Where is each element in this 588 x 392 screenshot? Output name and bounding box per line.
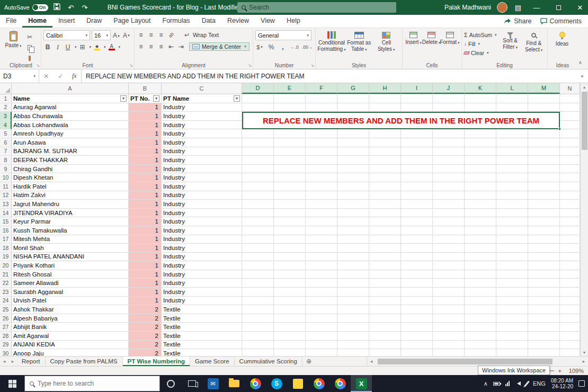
clipboard-dialog-launcher[interactable]: ↘ bbox=[36, 63, 40, 68]
cell[interactable] bbox=[433, 261, 465, 270]
tab-help[interactable]: Help bbox=[281, 15, 306, 28]
align-center-icon[interactable]: ≡ bbox=[147, 42, 155, 51]
cell[interactable] bbox=[242, 173, 274, 182]
cell[interactable] bbox=[369, 305, 401, 314]
cell[interactable]: JITENDRA VIRADIYA bbox=[12, 209, 129, 218]
sheet-nav-left-icon[interactable]: ◂ bbox=[0, 357, 8, 366]
cell[interactable]: Saurabh Aggarwal bbox=[12, 288, 129, 297]
cell[interactable] bbox=[465, 129, 496, 138]
cell[interactable] bbox=[337, 314, 369, 323]
cell[interactable] bbox=[433, 138, 465, 147]
name-box[interactable]: D3▾ bbox=[0, 69, 39, 83]
cell[interactable] bbox=[560, 200, 580, 209]
cell[interactable] bbox=[274, 226, 306, 235]
cell[interactable]: Name▾ bbox=[12, 94, 129, 103]
cell[interactable] bbox=[401, 297, 433, 306]
cell[interactable] bbox=[528, 165, 560, 174]
cell[interactable] bbox=[369, 173, 401, 182]
cell[interactable] bbox=[528, 147, 560, 156]
row-number[interactable]: 26 bbox=[0, 314, 12, 323]
cell[interactable] bbox=[496, 200, 528, 209]
cell[interactable] bbox=[306, 244, 337, 253]
cell[interactable] bbox=[433, 129, 465, 138]
alignment-dialog-launcher[interactable]: ↘ bbox=[248, 63, 252, 68]
cell[interactable] bbox=[560, 305, 580, 314]
cell[interactable] bbox=[306, 191, 337, 200]
cell[interactable] bbox=[242, 200, 274, 209]
cell[interactable]: 1 bbox=[129, 165, 162, 174]
cell[interactable] bbox=[465, 156, 496, 165]
row-number[interactable]: 11 bbox=[0, 182, 12, 191]
cell[interactable] bbox=[242, 147, 274, 156]
cell[interactable]: Industry bbox=[162, 235, 242, 244]
cell[interactable] bbox=[274, 349, 306, 356]
cancel-icon[interactable]: ✕ bbox=[43, 73, 49, 80]
wrap-text-button[interactable]: Wrap Text bbox=[193, 32, 219, 38]
cell[interactable] bbox=[242, 288, 274, 297]
cell[interactable] bbox=[369, 191, 401, 200]
taskbar-search-input[interactable] bbox=[38, 380, 138, 387]
percent-style-icon[interactable]: % bbox=[267, 42, 275, 52]
cell[interactable] bbox=[433, 147, 465, 156]
cell[interactable] bbox=[337, 270, 369, 279]
cell[interactable]: Industry bbox=[162, 279, 242, 288]
cell[interactable] bbox=[401, 341, 433, 350]
cell[interactable] bbox=[465, 138, 496, 147]
cell[interactable] bbox=[433, 235, 465, 244]
enter-icon[interactable]: ✓ bbox=[58, 73, 63, 80]
font-dialog-launcher[interactable]: ↘ bbox=[129, 63, 133, 68]
cell[interactable] bbox=[496, 129, 528, 138]
taskbar-app-chrome-icon-3[interactable] bbox=[329, 375, 351, 392]
insert-cells-button[interactable]: Insert▾ bbox=[405, 30, 422, 46]
cell[interactable]: Industry bbox=[162, 253, 242, 262]
row-number[interactable]: 20 bbox=[0, 261, 12, 270]
cell[interactable] bbox=[242, 332, 274, 341]
cell[interactable] bbox=[306, 129, 337, 138]
cell[interactable] bbox=[496, 305, 528, 314]
cell[interactable] bbox=[465, 217, 496, 226]
filter-button[interactable]: ▾ bbox=[234, 95, 240, 102]
horizontal-scroll-thumb[interactable] bbox=[378, 359, 553, 364]
task-view-button[interactable] bbox=[181, 375, 202, 392]
conditional-formatting-button[interactable]: ConditionalFormatting▾ bbox=[318, 30, 345, 53]
cell[interactable] bbox=[560, 121, 580, 130]
undo-icon[interactable]: ↶ bbox=[66, 4, 76, 12]
cell[interactable] bbox=[369, 288, 401, 297]
cell[interactable] bbox=[242, 182, 274, 191]
minimize-button[interactable]: — bbox=[529, 0, 545, 15]
cell[interactable] bbox=[274, 209, 306, 218]
cell[interactable]: 2 bbox=[129, 349, 162, 356]
cell[interactable] bbox=[306, 217, 337, 226]
scroll-down-icon[interactable]: ▾ bbox=[583, 349, 585, 356]
cell[interactable] bbox=[465, 200, 496, 209]
cell[interactable] bbox=[528, 341, 560, 350]
row-number[interactable]: 14 bbox=[0, 209, 12, 218]
row-number[interactable]: 13 bbox=[0, 200, 12, 209]
row-number[interactable]: 10 bbox=[0, 173, 12, 182]
avatar[interactable] bbox=[497, 2, 507, 13]
cell[interactable] bbox=[560, 226, 580, 235]
column-header-E[interactable]: E bbox=[274, 83, 306, 94]
sheet-tab-game-score[interactable]: Game Score bbox=[190, 357, 235, 366]
cell[interactable]: Industry bbox=[162, 129, 242, 138]
cell[interactable]: Keyur Parmar bbox=[12, 217, 129, 226]
cell[interactable] bbox=[496, 226, 528, 235]
italic-button[interactable]: I bbox=[54, 42, 62, 52]
maximize-button[interactable] bbox=[550, 0, 566, 15]
cell[interactable] bbox=[401, 332, 433, 341]
cell[interactable]: PT No.▾ bbox=[129, 94, 162, 103]
cell[interactable] bbox=[401, 94, 433, 103]
cell[interactable] bbox=[433, 165, 465, 174]
row-number[interactable]: 22 bbox=[0, 279, 12, 288]
cell[interactable]: Industry bbox=[162, 200, 242, 209]
cell[interactable] bbox=[465, 165, 496, 174]
cell[interactable] bbox=[465, 270, 496, 279]
cell[interactable] bbox=[337, 305, 369, 314]
horizontal-scrollbar[interactable]: ◂ ▸ bbox=[367, 357, 588, 366]
row-number[interactable]: 4 bbox=[0, 121, 12, 130]
cell[interactable] bbox=[465, 226, 496, 235]
autosum-button[interactable]: ΣAutoSum▾ bbox=[464, 30, 498, 39]
row-number[interactable]: 12 bbox=[0, 191, 12, 200]
cell[interactable]: Textile bbox=[162, 305, 242, 314]
cell[interactable] bbox=[401, 191, 433, 200]
